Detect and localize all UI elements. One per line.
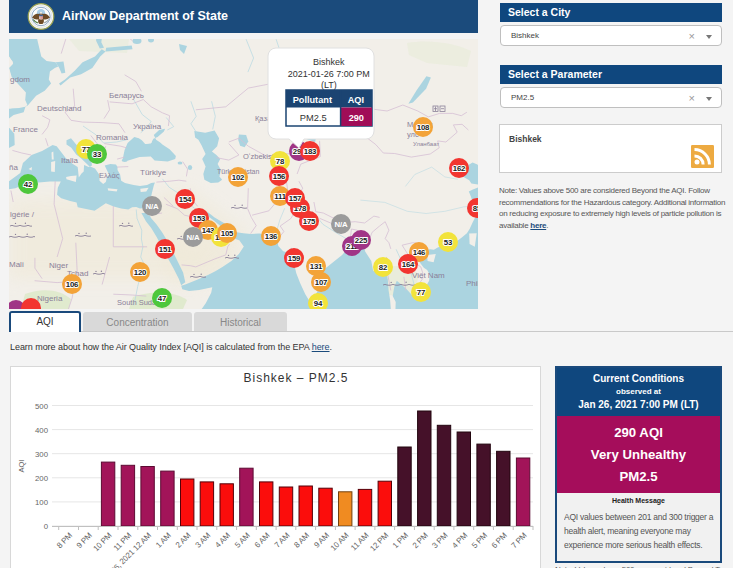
svg-text:Phil: Phil	[466, 279, 478, 288]
svg-text:Беларусь: Беларусь	[109, 91, 144, 100]
svg-text:PM2.5: PM2.5	[300, 113, 327, 123]
svg-text:300: 300	[35, 450, 49, 459]
svg-text:1 PM: 1 PM	[391, 531, 410, 550]
svg-text:8 AM: 8 AM	[292, 531, 311, 550]
svg-text:100: 100	[35, 498, 49, 507]
svg-text:Türkiye: Türkiye	[140, 168, 167, 177]
svg-text:Nigeria: Nigeria	[37, 294, 63, 303]
svg-text:33: 33	[93, 150, 102, 159]
svg-text:3 PM: 3 PM	[430, 531, 449, 550]
svg-text:500: 500	[35, 402, 49, 411]
svg-text:53: 53	[444, 238, 453, 247]
svg-text:(LT): (LT)	[321, 80, 337, 90]
svg-text:Italia: Italia	[61, 156, 78, 165]
svg-text:85: 85	[473, 204, 478, 213]
svg-text:102: 102	[232, 173, 245, 182]
svg-text:77: 77	[417, 288, 425, 297]
svg-text:5 PM: 5 PM	[470, 531, 489, 550]
svg-text:5 AM: 5 AM	[233, 531, 252, 550]
svg-text:Mali: Mali	[9, 260, 24, 269]
svg-text:164: 164	[402, 260, 415, 269]
svg-text:0: 0	[44, 522, 49, 531]
svg-text:4 AM: 4 AM	[213, 531, 232, 550]
svg-text:gdom: gdom	[10, 75, 30, 84]
svg-text:lgérie /: lgérie /	[10, 210, 35, 219]
svg-text:7 PM: 7 PM	[510, 531, 529, 550]
svg-text:146: 146	[413, 248, 426, 257]
svg-text:Bishkek – PM2.5: Bishkek – PM2.5	[243, 371, 348, 385]
svg-text:105: 105	[221, 229, 234, 238]
svg-text:107: 107	[315, 278, 327, 287]
svg-text:Україна: Україна	[133, 122, 162, 131]
svg-text:11 AM: 11 AM	[349, 531, 371, 553]
svg-text:78: 78	[276, 157, 285, 166]
svg-text:162: 162	[453, 164, 466, 173]
svg-text:42: 42	[24, 180, 33, 189]
svg-text:183: 183	[304, 147, 317, 156]
svg-text:N/A: N/A	[187, 233, 200, 242]
svg-text:Deutschland: Deutschland	[37, 104, 81, 113]
svg-text:106: 106	[66, 280, 79, 289]
svg-text:2 PM: 2 PM	[411, 531, 430, 550]
svg-text:Romania: Romania	[96, 133, 129, 142]
svg-text:Bishkek: Bishkek	[313, 57, 345, 67]
svg-text:France: France	[13, 125, 38, 134]
svg-text:Niger: Niger	[49, 261, 68, 270]
svg-text:1 AM: 1 AM	[154, 531, 173, 550]
svg-text:3 AM: 3 AM	[194, 531, 213, 550]
svg-text:94: 94	[314, 299, 323, 308]
svg-text:131: 131	[310, 262, 323, 271]
svg-text:159: 159	[288, 254, 301, 263]
svg-text:151: 151	[159, 245, 172, 254]
svg-text:8 PM: 8 PM	[55, 531, 74, 550]
svg-text:10 PM: 10 PM	[92, 531, 114, 553]
svg-text:N/A: N/A	[146, 202, 159, 211]
svg-text:2 AM: 2 AM	[174, 531, 193, 550]
svg-text:AQI: AQI	[348, 95, 364, 105]
svg-text:Việt Nam: Việt Nam	[412, 271, 445, 280]
svg-text:Ελλάς: Ελλάς	[99, 171, 120, 180]
svg-text:154: 154	[179, 195, 192, 204]
svg-text:120: 120	[134, 268, 147, 277]
svg-text:6 PM: 6 PM	[490, 531, 509, 550]
svg-text:6 AM: 6 AM	[253, 531, 272, 550]
svg-text:156: 156	[273, 172, 286, 181]
svg-text:82: 82	[379, 263, 388, 272]
svg-text:108: 108	[417, 123, 430, 132]
svg-text:ña: ña	[9, 163, 18, 172]
svg-text:4 PM: 4 PM	[450, 531, 469, 550]
svg-text:175: 175	[303, 217, 316, 226]
svg-text:10 AM: 10 AM	[329, 531, 351, 553]
svg-text:N/A: N/A	[335, 220, 348, 229]
svg-text:Pollutant: Pollutant	[293, 95, 332, 105]
svg-text:Уланбаат: Уланбаат	[413, 141, 439, 147]
svg-text:225: 225	[355, 236, 368, 245]
svg-text:400: 400	[35, 426, 49, 435]
svg-text:12 PM: 12 PM	[368, 531, 390, 553]
svg-text:AQI: AQI	[17, 460, 26, 473]
svg-text:136: 136	[265, 232, 278, 241]
svg-text:200: 200	[35, 474, 49, 483]
svg-text:157: 157	[289, 194, 301, 203]
svg-text:2021-01-26 7:00 PM: 2021-01-26 7:00 PM	[288, 69, 370, 79]
svg-text:290: 290	[349, 113, 364, 123]
svg-text:111: 111	[274, 192, 286, 201]
svg-text:7 AM: 7 AM	[273, 531, 292, 550]
svg-text:47: 47	[158, 294, 166, 303]
